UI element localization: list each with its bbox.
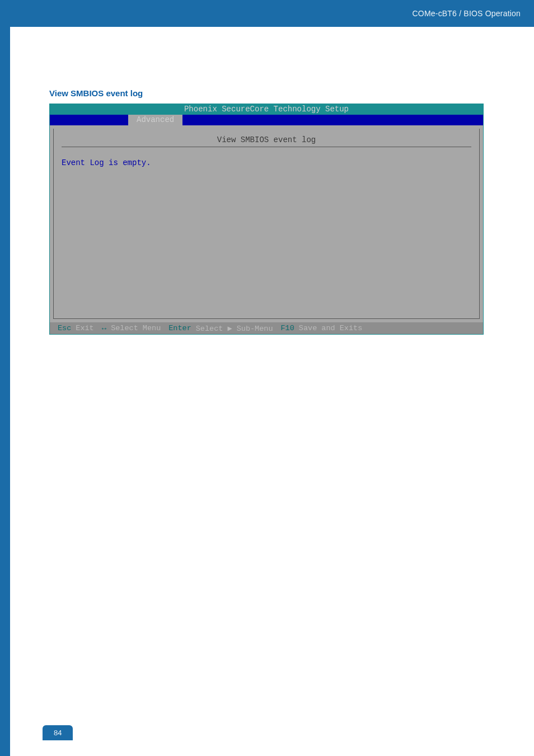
panel-divider (62, 147, 471, 147)
panel-body-text: Event Log is empty. (62, 155, 471, 167)
page-content: View SMBIOS event log Phoenix SecureCore… (0, 27, 534, 335)
panel-title-row: View SMBIOS event log (62, 134, 471, 147)
esc-label: Exit (76, 324, 93, 332)
panel-title: View SMBIOS event log (214, 135, 319, 144)
bios-footer: Esc Exit ↔ Select Menu Enter Select ▶ Su… (50, 322, 483, 334)
section-title: View SMBIOS event log (49, 88, 485, 98)
enter-key: Enter (168, 324, 191, 332)
left-margin-stripe (0, 0, 10, 756)
esc-key: Esc (58, 324, 71, 332)
arrows-label: Select Menu (111, 324, 161, 332)
breadcrumb: COMe-cBT6 / BIOS Operation (413, 9, 521, 18)
bios-body: View SMBIOS event log Event Log is empty… (50, 125, 483, 322)
bios-window: Phoenix SecureCore Technology Setup Adva… (49, 104, 484, 335)
f10-label: Save and Exits (299, 324, 362, 332)
tab-advanced[interactable]: Advanced (128, 115, 182, 125)
page-number: 84 (43, 725, 73, 740)
bios-menubar: Advanced (50, 115, 483, 125)
page-header: COMe-cBT6 / BIOS Operation (0, 0, 534, 27)
left-right-arrow-icon: ↔ (102, 324, 106, 333)
bios-panel: View SMBIOS event log Event Log is empty… (53, 129, 480, 319)
bios-titlebar: Phoenix SecureCore Technology Setup (50, 104, 483, 115)
menubar-spacer (50, 115, 128, 125)
enter-label: Select ▶ Sub-Menu (196, 323, 273, 333)
f10-key: F10 (281, 324, 294, 332)
